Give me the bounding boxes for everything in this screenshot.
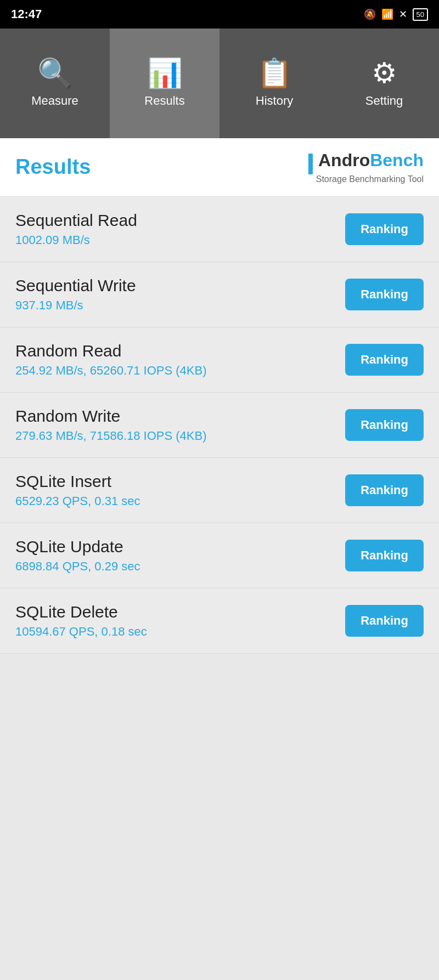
benchmark-row: SQLite Update6898.84 QPS, 0.29 secRankin… (0, 523, 439, 588)
brand-logo: AndroBench Storage Benchmarking Tool (308, 150, 424, 184)
benchmark-row: Sequential Write937.19 MB/sRanking (0, 262, 439, 327)
benchmark-value: 10594.67 QPS, 0.18 sec (15, 625, 345, 639)
ranking-button[interactable]: Ranking (345, 279, 424, 310)
benchmark-name: SQLite Update (15, 537, 345, 556)
nav-item-setting[interactable]: ⚙ Setting (329, 29, 439, 138)
ranking-button[interactable]: Ranking (345, 474, 424, 506)
benchmark-value: 6529.23 QPS, 0.31 sec (15, 494, 345, 508)
benchmark-row: SQLite Delete10594.67 QPS, 0.18 secRanki… (0, 588, 439, 654)
mute-icon: 🔕 (364, 8, 376, 20)
nav-label-history: History (256, 94, 293, 108)
brand-name-part2: Bench (370, 150, 424, 170)
nav-bar: 🔍 Measure 📊 Results 📋 History ⚙ Setting (0, 29, 439, 138)
benchmark-list: Sequential Read1002.09 MB/sRankingSequen… (0, 197, 439, 654)
wifi-icon: 📶 (381, 8, 393, 20)
close-icon: ✕ (399, 8, 407, 20)
brand-bar-accent (308, 154, 313, 174)
battery-indicator: 50 (413, 8, 428, 21)
status-time: 12:47 (11, 7, 42, 21)
benchmark-name: SQLite Insert (15, 472, 345, 491)
benchmark-info: SQLite Update6898.84 QPS, 0.29 sec (15, 537, 345, 574)
setting-icon: ⚙ (372, 59, 397, 87)
benchmark-name: Sequential Write (15, 276, 345, 295)
results-icon: 📊 (147, 59, 183, 87)
benchmark-info: Random Read254.92 MB/s, 65260.71 IOPS (4… (15, 342, 345, 378)
ranking-button[interactable]: Ranking (345, 540, 424, 571)
benchmark-info: Sequential Read1002.09 MB/s (15, 211, 345, 247)
history-icon: 📋 (257, 59, 292, 87)
benchmark-value: 254.92 MB/s, 65260.71 IOPS (4KB) (15, 364, 345, 378)
results-title: Results (15, 155, 91, 179)
ranking-button[interactable]: Ranking (345, 213, 424, 245)
benchmark-value: 6898.84 QPS, 0.29 sec (15, 559, 345, 574)
brand-name: AndroBench (308, 150, 424, 174)
benchmark-value: 279.63 MB/s, 71586.18 IOPS (4KB) (15, 429, 345, 443)
measure-icon: 🔍 (37, 59, 73, 87)
benchmark-info: SQLite Insert6529.23 QPS, 0.31 sec (15, 472, 345, 508)
benchmark-info: SQLite Delete10594.67 QPS, 0.18 sec (15, 603, 345, 639)
status-icons: 🔕 📶 ✕ 50 (364, 8, 428, 21)
brand-subtitle: Storage Benchmarking Tool (316, 174, 424, 184)
nav-item-measure[interactable]: 🔍 Measure (0, 29, 110, 138)
benchmark-row: Sequential Read1002.09 MB/sRanking (0, 197, 439, 262)
nav-label-setting: Setting (365, 94, 403, 108)
ranking-button[interactable]: Ranking (345, 409, 424, 441)
benchmark-name: Sequential Read (15, 211, 345, 230)
nav-item-history[interactable]: 📋 History (219, 29, 329, 138)
ranking-button[interactable]: Ranking (345, 605, 424, 637)
benchmark-row: SQLite Insert6529.23 QPS, 0.31 secRankin… (0, 458, 439, 523)
benchmark-row: Random Read254.92 MB/s, 65260.71 IOPS (4… (0, 327, 439, 393)
benchmark-name: Random Write (15, 407, 345, 426)
benchmark-value: 937.19 MB/s (15, 298, 345, 313)
status-bar: 12:47 🔕 📶 ✕ 50 (0, 0, 439, 29)
benchmark-row: Random Write279.63 MB/s, 71586.18 IOPS (… (0, 393, 439, 458)
benchmark-info: Sequential Write937.19 MB/s (15, 276, 345, 313)
benchmark-name: SQLite Delete (15, 603, 345, 621)
nav-label-measure: Measure (31, 94, 78, 108)
brand-name-part1: Andro (318, 150, 370, 170)
results-header: Results AndroBench Storage Benchmarking … (0, 138, 439, 197)
nav-item-results[interactable]: 📊 Results (110, 29, 219, 138)
benchmark-name: Random Read (15, 342, 345, 360)
benchmark-info: Random Write279.63 MB/s, 71586.18 IOPS (… (15, 407, 345, 443)
nav-label-results: Results (144, 94, 184, 108)
benchmark-value: 1002.09 MB/s (15, 233, 345, 247)
bottom-filler (0, 654, 439, 818)
ranking-button[interactable]: Ranking (345, 344, 424, 376)
battery-level: 50 (417, 10, 424, 19)
